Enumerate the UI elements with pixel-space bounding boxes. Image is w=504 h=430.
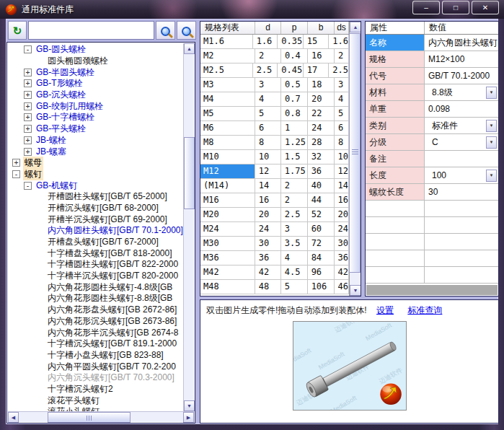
table-row[interactable]: M8 8 1.25 28 8 [200,136,349,150]
table-row[interactable]: M42 42 4.5 96 42 [200,266,349,280]
scroll-thumb[interactable] [48,412,131,423]
property-label[interactable]: 螺纹长度 [366,184,425,200]
property-value[interactable] [425,201,498,216]
dropdown-arrow-icon[interactable] [486,170,497,182]
table-row[interactable]: M2 2 0.4 16 2 [200,49,349,63]
search-button[interactable] [156,21,175,40]
dropdown-arrow-icon[interactable] [486,87,497,99]
scroll-down-button[interactable] [350,285,361,296]
table-row[interactable]: M12 12 1.75 36 12 [200,164,349,179]
tree-expand-toggle-icon[interactable]: - [12,170,20,178]
tree-vertical-scrollbar[interactable] [183,43,194,411]
table-row[interactable]: M30 30 3.5 72 30 [200,237,349,251]
tree-item[interactable]: 开槽半沉头螺钉[GB/T 69-2000] [8,214,183,225]
scroll-up-button[interactable] [350,22,361,32]
table-row[interactable]: M20 20 2.5 52 20 [200,208,349,222]
property-value[interactable] [425,234,498,250]
tree-item[interactable]: 内六角花形圆柱头螺钉-4.8级[GB [8,281,183,293]
tree-expand-toggle-icon[interactable]: - [24,182,32,190]
part-preview-image[interactable]: MediaSoft 迈迪软件 MediaSoft MediaSoft 迈迪软件 … [293,321,407,411]
tree-item[interactable]: 十字槽小盘头螺钉[GB 823-88] [8,350,183,361]
property-label[interactable] [366,234,425,250]
minimize-button[interactable]: – [412,1,440,14]
property-value[interactable] [425,217,498,233]
table-row[interactable]: M48 48 5 106 46 [200,280,349,294]
scroll-thumb[interactable] [184,137,195,209]
tree-item[interactable]: 十字槽半沉头螺钉[GB/T 820-2000 [8,271,183,282]
property-value[interactable]: 0.098 [425,101,498,117]
property-label[interactable] [366,267,425,283]
property-label[interactable]: 代号 [366,68,425,84]
property-value[interactable] [425,267,498,283]
tree-expand-toggle-icon[interactable]: - [24,45,32,53]
property-value[interactable] [425,250,498,266]
property-value[interactable]: M12×100 [425,51,498,67]
property-label[interactable] [366,250,425,266]
tree-item[interactable]: 滚花小头螺钉 [8,406,183,411]
tree-item[interactable]: + 螺母 [8,157,183,169]
maximize-button[interactable]: □ [442,1,469,14]
tree-item[interactable]: 内六角沉头螺钉[GB/T 70.3-2000] [8,372,183,384]
tree-item[interactable]: 圆头椭圆颈螺栓 [8,56,183,67]
search-next-button[interactable] [177,21,196,40]
table-row[interactable]: M16 16 2 44 16 [200,193,349,208]
tree-item[interactable]: 滚花平头螺钉 [8,395,183,406]
tree-expand-toggle-icon[interactable]: + [24,148,32,156]
property-label[interactable]: 分级 [366,134,425,150]
table-row[interactable]: M3 3 0.5 18 3 [200,78,349,92]
tree-item[interactable]: + GB-绞制孔用螺栓 [8,100,183,112]
property-value[interactable]: GB/T 70.1-2000 [425,68,498,84]
property-value[interactable]: 内六角圆柱头螺钉 [425,35,498,51]
tree-item[interactable]: 内六角花形盘头螺钉[GB 2672-86] [8,304,183,316]
standard-query-link[interactable]: 标准查询 [407,305,442,315]
dropdown-arrow-icon[interactable] [486,136,497,149]
tree-item[interactable]: + GB-平头螺栓 [8,123,183,135]
tree-expand-toggle-icon[interactable]: + [24,136,32,144]
tree-horizontal-scrollbar[interactable] [8,411,194,422]
property-label[interactable]: 材料 [366,84,425,100]
property-label[interactable] [366,217,425,233]
table-row[interactable]: M6 6 1 24 6 [200,121,349,136]
scroll-left-button[interactable] [8,412,19,423]
tree-item[interactable]: 开槽沉头螺钉[GB/T 68-2000] [8,203,183,214]
table-row[interactable]: M4 4 0.7 20 4 [200,92,349,107]
table-vertical-scrollbar[interactable] [349,22,361,296]
refresh-button[interactable] [8,21,27,40]
tree-item[interactable]: - GB-圆头螺栓 [8,44,183,56]
tree-item[interactable]: + GB-沉头螺栓 [8,89,183,101]
search-input[interactable] [28,21,154,40]
tree-expand-toggle-icon[interactable]: + [24,91,32,99]
table-row[interactable]: M5 5 0.8 22 5 [200,107,349,121]
dropdown-arrow-icon[interactable] [486,120,497,132]
tree-item[interactable]: 十字槽沉头螺钉[GB/T 819.1-2000 [8,338,183,350]
tree-item[interactable]: 十字槽盘头螺钉[GB/T 818-2000] [8,247,183,259]
table-row[interactable]: M24 24 3 60 24 [200,222,349,237]
tree-expand-toggle-icon[interactable]: + [24,113,32,121]
property-value[interactable]: 30 [425,184,498,200]
scroll-thumb[interactable] [349,33,361,273]
property-label[interactable]: 规格 [366,51,425,67]
tree-expand-toggle-icon[interactable]: + [24,69,32,76]
scroll-right-button[interactable] [183,412,194,423]
tree-item[interactable]: + GB-T形螺栓 [8,78,183,89]
table-row[interactable]: M36 36 4 84 36 [200,251,349,266]
scroll-down-button[interactable] [184,400,195,411]
table-row[interactable]: M10 10 1.5 32 10 [200,150,349,164]
property-label[interactable]: 类别 [366,118,425,133]
tree-item[interactable]: 内六角花形圆柱头螺钉-8.8级[GB [8,293,183,304]
property-label[interactable]: 备注 [366,151,425,167]
property-label[interactable]: 长度 [366,167,425,183]
tree-item[interactable]: 内六角圆柱头螺钉[GB/T 70.1-2000] [8,225,183,237]
tree-item[interactable]: 十字槽沉头螺钉2 [8,384,183,395]
tree-item[interactable]: 十字槽圆柱头螺钉[GB/T 822-2000 [8,259,183,271]
property-label[interactable]: 单重 [366,101,425,117]
tree-expand-toggle-icon[interactable]: + [24,79,32,87]
tree-item[interactable]: + GB-半圆头螺栓 [8,66,183,78]
tree-item[interactable]: 内六角花形沉头螺钉[GB 2673-86] [8,316,183,328]
table-row[interactable]: M1.6 1.6 0.35 15 1.6 [200,35,349,49]
property-value[interactable] [425,151,498,167]
property-label[interactable] [366,201,425,216]
tree-item[interactable]: + GB-十字槽螺栓 [8,112,183,123]
tree-item[interactable]: 开槽圆柱头螺钉[GB/T 65-2000] [8,191,183,203]
tree-item[interactable]: + JB-螺塞 [8,146,183,157]
